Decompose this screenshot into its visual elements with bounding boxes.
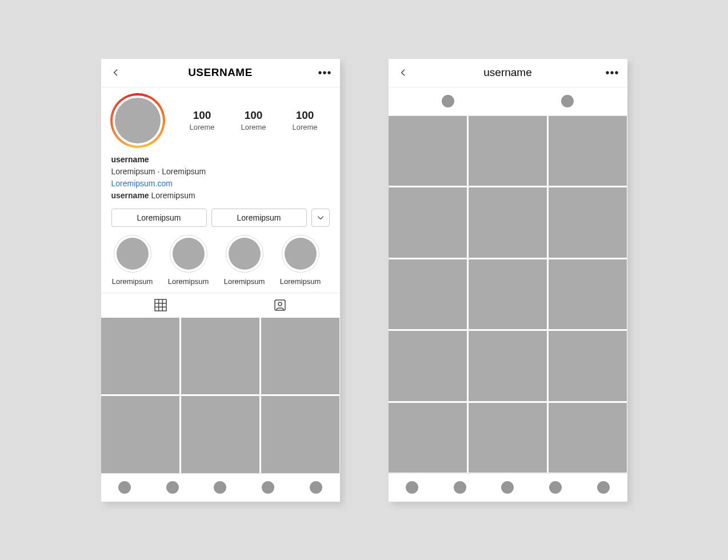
highlight-label: Loremipsum bbox=[112, 277, 153, 286]
more-icon: ••• bbox=[606, 66, 619, 79]
top-bar: USERNAME ••• bbox=[101, 59, 340, 87]
photo-cell[interactable] bbox=[101, 318, 179, 395]
highlight-label: Loremipsum bbox=[224, 277, 265, 286]
nav-item[interactable] bbox=[501, 481, 514, 494]
nav-item[interactable] bbox=[549, 481, 562, 494]
photo-cell[interactable] bbox=[549, 259, 627, 330]
photo-cell[interactable] bbox=[101, 396, 179, 473]
avatar-story-ring[interactable] bbox=[110, 93, 165, 148]
photo-grid bbox=[389, 116, 627, 473]
stat-value: 100 bbox=[189, 109, 214, 122]
chevron-left-icon bbox=[111, 68, 121, 77]
photo-cell[interactable] bbox=[549, 403, 627, 473]
photo-cell[interactable] bbox=[389, 403, 467, 473]
highlight-thumb-icon bbox=[117, 238, 149, 270]
photo-cell[interactable] bbox=[469, 403, 547, 473]
photo-cell[interactable] bbox=[469, 187, 547, 258]
tab-grid[interactable] bbox=[101, 293, 221, 318]
stat-followers[interactable]: 100 Loreme bbox=[241, 109, 266, 131]
profile-actions: Loremipsum Loremipsum bbox=[101, 202, 340, 227]
avatar-inner bbox=[113, 95, 163, 146]
profile-grid-screen: username ••• bbox=[389, 59, 627, 502]
photo-cell[interactable] bbox=[389, 187, 467, 258]
photo-cell[interactable] bbox=[181, 318, 259, 395]
stat-value: 100 bbox=[241, 109, 266, 122]
tagged-icon bbox=[273, 298, 287, 312]
highlight-circle bbox=[226, 235, 263, 273]
profile-header: 100 Loreme 100 Loreme 100 Loreme bbox=[101, 87, 340, 148]
header-title: username bbox=[410, 66, 606, 79]
stat-label: Loreme bbox=[189, 123, 214, 131]
display-name: username bbox=[111, 154, 330, 166]
stat-label: Loreme bbox=[292, 123, 317, 131]
nav-item[interactable] bbox=[166, 481, 179, 494]
secondary-action-button[interactable]: Loremipsum bbox=[211, 209, 307, 227]
profile-main-screen: USERNAME ••• 100 Loreme 100 Loreme 100 L… bbox=[101, 59, 340, 502]
highlight-thumb-icon bbox=[229, 238, 261, 270]
suggestions-button[interactable] bbox=[311, 209, 330, 227]
highlight-item[interactable]: Loremipsum bbox=[222, 235, 267, 286]
header-title: USERNAME bbox=[123, 66, 318, 79]
stat-value: 100 bbox=[292, 109, 317, 122]
segment-tab[interactable] bbox=[442, 95, 454, 107]
highlight-circle bbox=[282, 235, 319, 273]
photo-cell[interactable] bbox=[549, 187, 627, 258]
highlight-label: Loremipsum bbox=[168, 277, 209, 286]
stat-posts[interactable]: 100 Loreme bbox=[189, 109, 214, 131]
bio-tagline: Loremipsum · Loremipsum bbox=[111, 166, 330, 178]
nav-item[interactable] bbox=[118, 481, 131, 494]
content-tabs bbox=[101, 293, 340, 318]
chevron-left-icon bbox=[399, 68, 408, 77]
avatar-icon bbox=[115, 98, 161, 143]
highlight-thumb-icon bbox=[285, 238, 317, 270]
svg-rect-5 bbox=[275, 300, 285, 310]
nav-item[interactable] bbox=[214, 481, 226, 494]
highlight-label: Loremipsum bbox=[280, 277, 321, 286]
highlight-thumb-icon bbox=[173, 238, 205, 270]
svg-rect-0 bbox=[155, 299, 166, 311]
photo-cell[interactable] bbox=[549, 116, 627, 186]
photo-cell[interactable] bbox=[549, 331, 627, 401]
stat-label: Loreme bbox=[241, 123, 266, 131]
story-highlights: Loremipsum Loremipsum Loremipsum Loremip… bbox=[101, 227, 340, 293]
followed-by-user: username bbox=[111, 191, 149, 200]
bottom-nav bbox=[389, 473, 627, 502]
profile-stats: 100 Loreme 100 Loreme 100 Loreme bbox=[177, 109, 331, 131]
stat-following[interactable]: 100 Loreme bbox=[292, 109, 317, 131]
photo-cell[interactable] bbox=[261, 396, 339, 473]
photo-cell[interactable] bbox=[389, 259, 467, 330]
photo-cell[interactable] bbox=[389, 331, 467, 401]
segment-tabs bbox=[389, 87, 627, 116]
photo-cell[interactable] bbox=[261, 318, 339, 395]
followed-by-rest: Loremipsum bbox=[151, 191, 195, 200]
chevron-down-icon bbox=[317, 214, 325, 222]
highlight-item[interactable]: Loremipsum bbox=[166, 235, 211, 286]
bio-link[interactable]: Loremipsum.com bbox=[111, 178, 330, 190]
photo-cell[interactable] bbox=[469, 331, 547, 401]
back-button[interactable] bbox=[111, 68, 123, 77]
highlight-item[interactable]: Loremipsum bbox=[110, 235, 155, 286]
nav-item[interactable] bbox=[406, 481, 418, 494]
nav-item[interactable] bbox=[597, 481, 610, 494]
top-bar: username ••• bbox=[389, 59, 627, 87]
photo-cell[interactable] bbox=[469, 116, 547, 186]
primary-action-button[interactable]: Loremipsum bbox=[111, 209, 207, 227]
photo-cell[interactable] bbox=[469, 259, 547, 330]
photo-cell[interactable] bbox=[389, 116, 467, 186]
nav-item[interactable] bbox=[310, 481, 322, 494]
more-icon: ••• bbox=[318, 66, 332, 79]
photo-cell[interactable] bbox=[181, 396, 259, 473]
svg-point-6 bbox=[278, 302, 282, 306]
highlight-item[interactable]: Loremipsum bbox=[278, 235, 323, 286]
nav-item[interactable] bbox=[454, 481, 466, 494]
bottom-nav bbox=[101, 473, 340, 502]
highlight-circle bbox=[114, 235, 151, 273]
back-button[interactable] bbox=[399, 68, 410, 77]
highlight-circle bbox=[170, 235, 207, 273]
profile-bio: username Loremipsum · Loremipsum Loremip… bbox=[101, 148, 340, 202]
nav-item[interactable] bbox=[262, 481, 274, 494]
tab-tagged[interactable] bbox=[221, 293, 340, 318]
segment-tab[interactable] bbox=[561, 95, 574, 107]
grid-icon bbox=[154, 298, 167, 312]
photo-grid bbox=[101, 318, 340, 473]
